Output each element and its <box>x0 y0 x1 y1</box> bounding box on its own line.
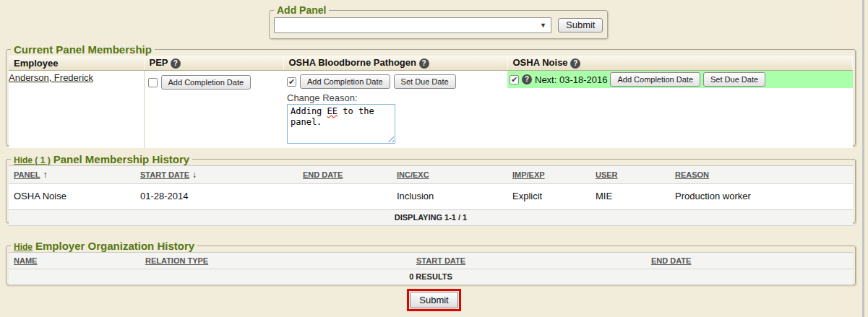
sortable-column-link[interactable]: END DATE <box>303 170 343 179</box>
osha-bloodborne-cell: ✔ Add Completion Date Set Due Date Chang… <box>283 71 507 149</box>
column-header-end-date: END DATE <box>646 253 853 269</box>
noise-checkbox[interactable]: ✔ <box>510 75 519 84</box>
column-header-pep: PEP ? <box>144 56 283 71</box>
cell-end-date <box>298 184 392 210</box>
sort-descending-icon: ↓ <box>192 170 197 180</box>
osha-noise-highlight: ✔ ? Next: 03-18-2016 Add Completion Date… <box>507 71 853 88</box>
change-reason-label: Change Reason: <box>287 92 504 103</box>
osha-noise-cell: ✔ ? Next: 03-18-2016 Add Completion Date… <box>507 71 853 149</box>
cell-user: MIE <box>590 184 670 210</box>
sortable-column-link[interactable]: NAME <box>14 256 37 265</box>
cell-reason: Production worker <box>670 184 853 210</box>
sortable-column-link[interactable]: START DATE <box>140 170 189 179</box>
employee-link[interactable]: Anderson, Frederick <box>9 72 93 83</box>
cell-panel: OSHA Noise <box>9 184 135 210</box>
column-header-imp-exp: IMP/EXP <box>507 166 590 184</box>
column-header-start-date: START DATE↓ <box>135 166 298 184</box>
column-header-osha-noise: OSHA Noise ? <box>507 56 853 71</box>
noise-next-due-date: Next: 03-18-2016 <box>535 74 607 85</box>
bloodborne-add-completion-date-button[interactable]: Add Completion Date <box>300 74 390 89</box>
bloodborne-set-due-date-button[interactable]: Set Due Date <box>394 74 456 89</box>
column-header-employee: Employee <box>9 56 144 71</box>
column-label: OSHA Noise <box>513 57 568 68</box>
cell-imp-exp: Explicit <box>507 184 590 210</box>
hide-employer-history-link[interactable]: Hide <box>14 242 33 252</box>
sortable-column-link[interactable]: IMP/EXP <box>512 170 545 179</box>
paging-status: DISPLAYING 1-1 / 1 <box>9 210 853 226</box>
action-highlight-annotation: Submit <box>407 289 460 311</box>
pep-cell: Add Completion Date <box>144 71 283 149</box>
reason-text: Adding <box>291 106 327 116</box>
column-header-end-date: END DATE <box>298 166 392 184</box>
sortable-column-link[interactable]: PANEL <box>14 170 40 179</box>
column-header-relation-type: RELATION TYPE <box>140 253 411 269</box>
panel-membership-history-table: PANEL↑ START DATE↓ END DATE INC/EXC IMP/… <box>9 165 853 226</box>
sortable-column-link[interactable]: START DATE <box>416 256 465 265</box>
textarea-resize-grip[interactable] <box>387 136 394 142</box>
employer-organization-history-table: NAME RELATION TYPE START DATE END DATE 0… <box>9 252 853 285</box>
add-panel-select[interactable]: ▼ <box>274 17 551 33</box>
current-panel-membership-table: Employee PEP ? OSHA Bloodborne Pathogen … <box>9 56 853 148</box>
page-submit-button[interactable]: Submit <box>410 292 457 308</box>
add-panel-submit-button[interactable]: Submit <box>558 18 603 32</box>
noise-add-completion-date-button[interactable]: Add Completion Date <box>610 72 700 87</box>
column-header-start-date: START DATE <box>411 253 646 269</box>
column-header-inc-exc: INC/EXC <box>392 166 507 184</box>
column-header-user: USER <box>590 166 670 184</box>
add-panel-section: Add Panel ▼ Submit <box>269 4 608 39</box>
current-panel-membership-legend: Current Panel Membership <box>11 43 155 56</box>
sortable-column-link[interactable]: INC/EXC <box>397 170 429 179</box>
pep-add-completion-date-button[interactable]: Add Completion Date <box>161 75 252 90</box>
cell-start-date: 01-28-2014 <box>135 184 298 210</box>
sortable-column-link[interactable]: REASON <box>675 170 709 179</box>
change-reason-textarea[interactable]: Adding EE to the panel. <box>287 104 395 144</box>
cell-inc-exc: Inclusion <box>392 184 507 210</box>
noise-set-due-date-button[interactable]: Set Due Date <box>703 72 765 87</box>
panel-membership-history-legend: Panel Membership History <box>53 153 189 165</box>
column-header-panel: PANEL↑ <box>9 166 135 184</box>
hide-history-link[interactable]: Hide ( 1 ) <box>14 155 51 165</box>
reason-misspelled-word: EE <box>327 106 338 116</box>
column-header-osha-bloodborne: OSHA Bloodborne Pathogen ? <box>283 56 507 71</box>
column-label: PEP <box>150 57 168 68</box>
help-icon[interactable]: ? <box>419 58 429 69</box>
sortable-column-link[interactable]: RELATION TYPE <box>145 256 208 265</box>
help-icon[interactable]: ? <box>171 58 181 69</box>
current-panel-membership-section: Current Panel Membership Employee PEP ? … <box>6 43 856 146</box>
employer-organization-history-section: HideEmployer Organization History NAME R… <box>6 240 856 285</box>
membership-row: Anderson, Frederick Add Completion Date … <box>9 71 853 149</box>
employer-organization-history-legend: Employer Organization History <box>35 240 194 252</box>
employee-cell: Anderson, Frederick <box>9 71 144 149</box>
pep-checkbox[interactable] <box>148 78 158 87</box>
help-icon[interactable]: ? <box>570 58 580 69</box>
page: Add Panel ▼ Submit Current Panel Members… <box>0 0 868 317</box>
results-count: 0 RESULTS <box>9 269 853 285</box>
column-label: OSHA Bloodborne Pathogen <box>289 57 416 68</box>
bloodborne-checkbox[interactable]: ✔ <box>287 77 296 87</box>
add-panel-legend: Add Panel <box>274 4 329 16</box>
help-icon[interactable]: ? <box>522 74 532 84</box>
column-label: Employee <box>14 58 58 69</box>
sortable-column-link[interactable]: END DATE <box>651 256 691 265</box>
sort-ascending-icon: ↑ <box>43 170 47 180</box>
sortable-column-link[interactable]: USER <box>596 170 618 179</box>
column-header-reason: REASON <box>670 166 853 184</box>
history-row: OSHA Noise 01-28-2014 Inclusion Explicit… <box>9 184 853 210</box>
panel-membership-history-section: Hide ( 1 )Panel Membership History PANEL… <box>6 153 856 223</box>
scrollbar-track[interactable] <box>862 0 864 317</box>
column-header-name: NAME <box>9 253 140 269</box>
chevron-down-icon: ▼ <box>540 22 546 29</box>
